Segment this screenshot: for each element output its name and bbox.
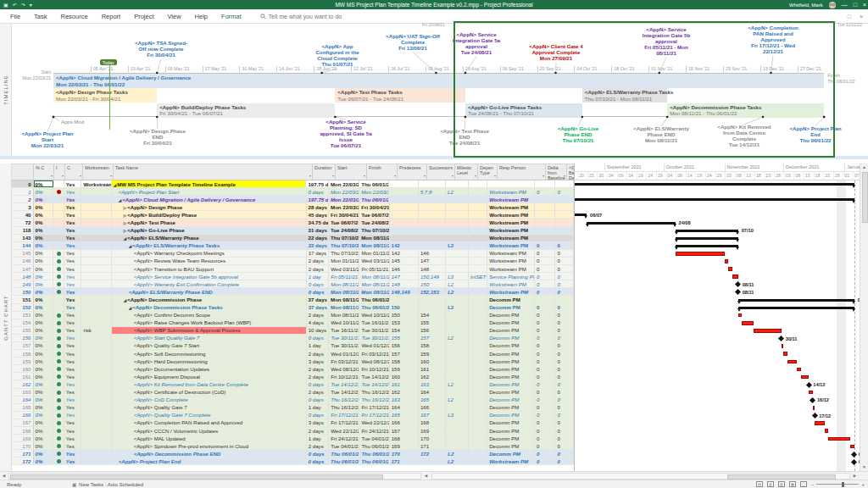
cell-lvl[interactable] (446, 203, 468, 210)
cell-pred[interactable]: 168 (390, 435, 419, 441)
cell-d2[interactable] (555, 227, 574, 234)
cell-c[interactable]: Yes (64, 435, 82, 441)
cell-ws[interactable] (81, 396, 111, 403)
column-header-pct[interactable]: % C▾ (34, 164, 54, 180)
cell-d2[interactable]: 0 (555, 312, 574, 319)
cell-dep[interactable] (469, 435, 488, 441)
cell-d1[interactable] (535, 235, 556, 241)
cell-dep[interactable] (469, 219, 488, 225)
cell-ws[interactable] (81, 258, 111, 264)
table-row[interactable]: 1430%Yes◢<AppN> ELS/Warranty Phase22 day… (12, 235, 574, 242)
cell-start[interactable]: Mon 08/11/21 (329, 304, 359, 311)
cell-dep[interactable] (469, 450, 488, 457)
cell-dur[interactable]: 0 days (307, 396, 329, 403)
cell-dur[interactable]: 2 days (307, 258, 329, 264)
cell-dep[interactable] (469, 188, 488, 195)
cell-succ[interactable] (419, 458, 446, 464)
cell-dep[interactable] (469, 404, 488, 411)
cell-lvl[interactable] (446, 235, 468, 241)
cell-d1[interactable]: 0 (535, 319, 556, 326)
table-row[interactable]: 1530%Yes<AppN> Confirm Decomm Scope2 day… (12, 312, 574, 319)
cell-d2[interactable]: 0 (555, 358, 574, 364)
table-scroll-left-icon[interactable]: ◀ (0, 473, 8, 480)
cell-dur[interactable]: 0 days (307, 280, 329, 287)
cell-c[interactable]: Yes (64, 235, 82, 241)
cell-pct[interactable]: 0% (34, 180, 54, 187)
cell-dep[interactable] (469, 389, 488, 396)
column-header-resp[interactable]: Resp Person▾ (498, 164, 546, 180)
cell-c[interactable]: Yes (64, 412, 82, 419)
table-row[interactable]: 1560%Yes<AppN> Start Quality Gate 70 day… (12, 335, 574, 342)
cell-ws[interactable] (81, 304, 111, 311)
cell-num[interactable]: 162 (12, 380, 34, 387)
cell-pred[interactable]: 148,149 (390, 288, 419, 295)
zoom-knob[interactable] (842, 482, 844, 487)
cell-ws[interactable] (81, 435, 111, 441)
critical-task-bar[interactable] (725, 259, 729, 263)
cell-d1[interactable]: 0 (535, 365, 556, 372)
cell-start[interactable]: Mon 22/03/21 (329, 196, 359, 202)
cell-d2[interactable]: 0 (555, 404, 574, 411)
cell-pred[interactable]: 170 (390, 450, 419, 457)
cell-lvl[interactable] (446, 419, 468, 426)
cell-ind[interactable] (53, 250, 64, 257)
cell-name[interactable]: <AppN> CoD Complete (112, 396, 307, 403)
cell-succ[interactable] (419, 211, 446, 218)
cell-d1[interactable] (535, 203, 556, 210)
table-row[interactable]: 1660%Yes<AppN> Quality Gate 7 Complete0 … (12, 412, 574, 419)
cell-succ[interactable] (419, 242, 446, 249)
cell-resp[interactable]: Workstream PM (487, 211, 535, 218)
cell-succ[interactable]: 166 (419, 404, 446, 411)
table-row[interactable]: 10%Yes<AppN> Project Plan Start0 daysMon… (12, 188, 574, 196)
critical-task-bar[interactable] (738, 313, 743, 318)
cell-dur[interactable]: 1 day (307, 273, 329, 280)
cell-d2[interactable]: 0 (555, 427, 574, 434)
cell-succ[interactable]: 158 (419, 342, 446, 349)
cell-start[interactable]: Tue 30/11/21 (329, 342, 359, 349)
cell-ind[interactable] (53, 427, 64, 434)
zoom-out-icon[interactable]: − (811, 482, 815, 487)
cell-start[interactable]: Wed 03/11/21 (329, 265, 359, 272)
cell-pct[interactable]: 0% (34, 373, 54, 380)
cell-ws[interactable] (81, 273, 111, 280)
cell-finish[interactable]: Thu 06/01/22 (359, 458, 389, 464)
cell-finish[interactable]: Fri 30/04/21 (359, 203, 389, 210)
summary-bar[interactable] (587, 222, 675, 225)
cell-d1[interactable] (535, 211, 556, 218)
cell-pred[interactable]: 154 (390, 327, 419, 334)
cell-d2[interactable]: 0 (555, 327, 574, 334)
cell-dep[interactable] (469, 203, 488, 210)
cell-start[interactable]: Tue 14/12/21 (329, 389, 359, 396)
cell-ind[interactable] (53, 380, 64, 387)
cell-d1[interactable]: 0 (535, 442, 556, 449)
vertical-scrollbar[interactable]: ▲ ▼ (860, 164, 868, 471)
cell-dur[interactable]: 45 days (307, 211, 329, 218)
cell-name[interactable]: <AppN> Raise Changes Work Backout Plan (… (112, 319, 307, 326)
cell-ws[interactable] (81, 358, 111, 364)
cell-dur[interactable]: 3 days (307, 419, 329, 426)
cell-pred[interactable] (390, 219, 419, 225)
cell-d1[interactable]: 0 (535, 450, 556, 457)
cell-num[interactable]: 164 (12, 396, 34, 403)
cell-name[interactable]: ◢MW MS Project Plan Template Timeline Ex… (112, 180, 307, 187)
cell-ws[interactable] (81, 404, 111, 411)
cell-resp[interactable]: Decomm PM (487, 296, 535, 302)
report-view-icon[interactable]: ▢ (800, 481, 807, 487)
timeline-phase-bar[interactable]: <AppN> Build/Deploy Phase TasksFri 30/04… (157, 103, 335, 118)
cell-dur[interactable]: 1 day (307, 404, 329, 411)
cell-start[interactable]: Fri 17/12/21 (329, 419, 359, 426)
cell-lvl[interactable]: L2 (446, 450, 468, 457)
cell-succ[interactable]: 148 (419, 265, 446, 272)
cell-ws[interactable] (81, 227, 111, 234)
cell-d1[interactable]: 0 (535, 250, 556, 257)
cell-succ[interactable]: 160 (419, 358, 446, 364)
cell-num[interactable]: 145 (12, 250, 34, 257)
cell-pct[interactable]: 0% (34, 427, 54, 434)
cell-num[interactable]: 168 (12, 427, 34, 434)
cell-d1[interactable]: 0 (535, 358, 556, 364)
cell-name[interactable]: <AppN> Completion PAN Raised and Approve… (112, 419, 307, 426)
cell-d2[interactable]: 0 (555, 304, 574, 311)
cell-ws[interactable] (81, 250, 111, 257)
cell-name[interactable]: <AppN> Review Wave Team Resources (112, 258, 307, 264)
cell-succ[interactable]: 165 (419, 396, 446, 403)
